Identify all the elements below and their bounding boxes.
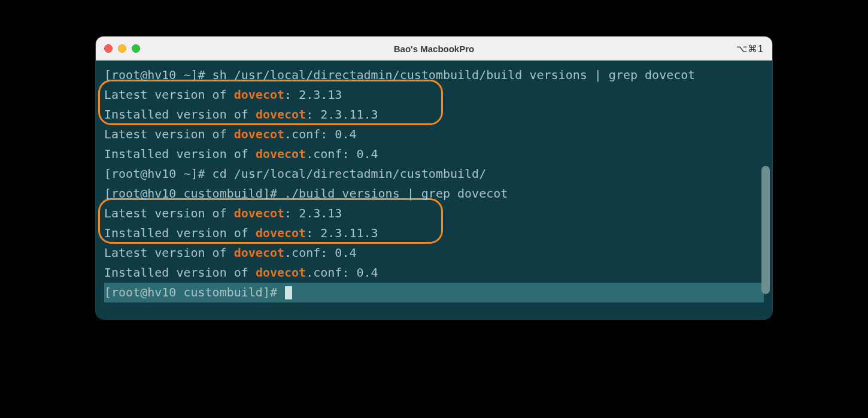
minimize-icon[interactable]	[118, 44, 126, 53]
cursor-icon	[285, 286, 292, 299]
grep-match: dovecot	[256, 147, 306, 161]
output-text: Latest version of	[104, 246, 234, 260]
output-text: : 2.3.13	[284, 87, 342, 102]
output-text: Installed version of	[104, 226, 256, 240]
command-text: [root@hv10 ~]# sh /usr/local/directadmin…	[104, 68, 695, 82]
zoom-icon[interactable]	[132, 44, 140, 53]
traffic-lights	[104, 44, 140, 53]
grep-match: dovecot	[234, 246, 284, 260]
terminal-line: [root@hv10 ~]# cd /usr/local/directadmin…	[104, 164, 764, 184]
prompt-text: [root@hv10 custombuild]#	[104, 285, 284, 299]
command-text: [root@hv10 ~]# cd /usr/local/directadmin…	[104, 166, 486, 181]
terminal-line: Latest version of dovecot.conf: 0.4	[104, 125, 764, 144]
terminal-line: [root@hv10 custombuild]# ./build version…	[104, 184, 764, 204]
grep-match: dovecot	[234, 87, 284, 102]
grep-match: dovecot	[256, 226, 306, 240]
output-text: .conf: 0.4	[284, 127, 356, 141]
command-text: [root@hv10 custombuild]# ./build version…	[104, 186, 508, 201]
active-prompt-line[interactable]: [root@hv10 custombuild]#	[104, 283, 764, 302]
output-text: Installed version of	[104, 107, 256, 122]
terminal-line: Latest version of dovecot: 2.3.13	[104, 204, 764, 223]
output-text: : 2.3.13	[284, 206, 342, 220]
close-icon[interactable]	[104, 44, 113, 53]
scrollbar-thumb[interactable]	[761, 166, 770, 294]
terminal-line: Installed version of dovecot.conf: 0.4	[104, 144, 764, 164]
output-text: Latest version of	[104, 206, 234, 220]
output-text: Installed version of	[104, 265, 256, 280]
terminal-window: Bao's MacbookPro ⌥⌘1 [root@hv10 ~]# sh /…	[95, 36, 773, 320]
output-text: Installed version of	[104, 147, 256, 161]
window-title: Bao's MacbookPro	[96, 44, 772, 54]
window-shortcut: ⌥⌘1	[736, 43, 764, 54]
grep-match: dovecot	[234, 206, 284, 220]
output-text: Latest version of	[104, 127, 234, 141]
terminal-line: Installed version of dovecot: 2.3.11.3	[104, 223, 764, 243]
terminal-line: Installed version of dovecot: 2.3.11.3	[104, 105, 764, 125]
terminal-line: [root@hv10 ~]# sh /usr/local/directadmin…	[104, 65, 764, 85]
titlebar: Bao's MacbookPro ⌥⌘1	[96, 37, 772, 60]
output-text: .conf: 0.4	[306, 147, 378, 161]
output-text: .conf: 0.4	[306, 265, 378, 280]
terminal-content[interactable]: [root@hv10 ~]# sh /usr/local/directadmin…	[96, 60, 772, 319]
output-text: .conf: 0.4	[284, 246, 356, 260]
terminal-line: Latest version of dovecot.conf: 0.4	[104, 243, 764, 263]
grep-match: dovecot	[256, 107, 306, 122]
grep-match: dovecot	[234, 127, 284, 141]
terminal-line: Installed version of dovecot.conf: 0.4	[104, 263, 764, 283]
output-text: : 2.3.11.3	[306, 226, 378, 240]
output-text: : 2.3.11.3	[306, 107, 378, 122]
grep-match: dovecot	[256, 265, 306, 280]
output-text: Latest version of	[104, 87, 234, 102]
terminal-line: Latest version of dovecot: 2.3.13	[104, 85, 764, 105]
